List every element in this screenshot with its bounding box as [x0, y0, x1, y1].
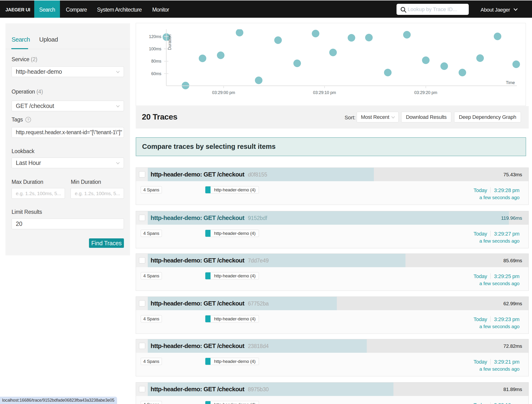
svg-text:Duration: Duration [167, 34, 172, 50]
svg-text:03:29:00 pm: 03:29:00 pm [212, 90, 235, 95]
svg-text:03:29:10 pm: 03:29:10 pm [313, 90, 336, 95]
svg-text:60ms: 60ms [151, 71, 161, 76]
svg-text:120ms: 120ms [149, 34, 161, 39]
svg-text:?: ? [27, 118, 29, 122]
svg-text:80ms: 80ms [151, 59, 161, 64]
svg-text:100ms: 100ms [149, 46, 161, 51]
svg-text:03:29:20 pm: 03:29:20 pm [414, 90, 437, 95]
svg-text:Time: Time [506, 80, 515, 85]
